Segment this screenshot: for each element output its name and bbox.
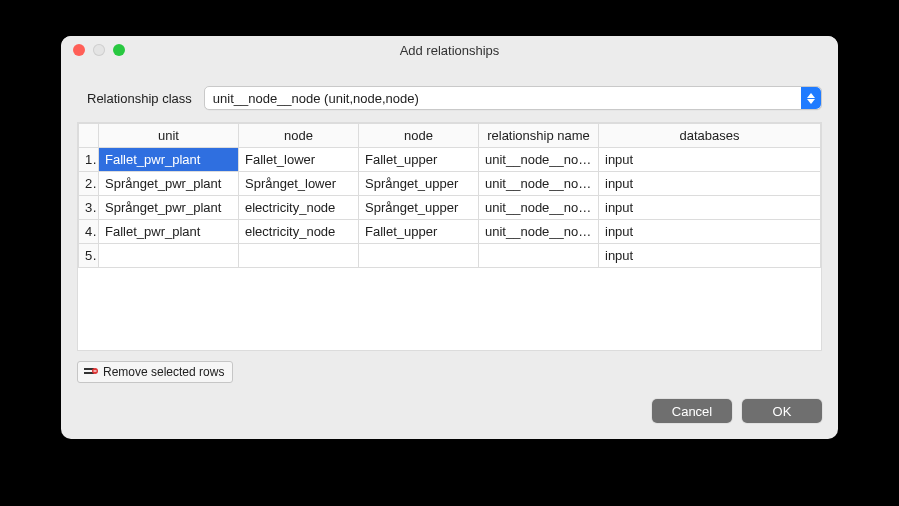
cell-unit[interactable]: Språnget_pwr_plant	[99, 196, 239, 220]
cancel-label: Cancel	[672, 404, 712, 419]
zoom-icon[interactable]	[113, 44, 125, 56]
table-row[interactable]: 4Fallet_pwr_plantelectricity_nodeFallet_…	[79, 220, 821, 244]
cell-relationship-name[interactable]	[479, 244, 599, 268]
remove-selected-rows-label: Remove selected rows	[103, 365, 224, 379]
cell-databases[interactable]: input	[599, 220, 821, 244]
table-row[interactable]: 5input	[79, 244, 821, 268]
dialog-footer: Cancel OK	[77, 399, 822, 423]
cell-node2[interactable]: Fallet_upper	[359, 148, 479, 172]
relationship-class-row: Relationship class unit__node__node (uni…	[77, 86, 822, 110]
row-number[interactable]: 5	[79, 244, 99, 268]
cell-relationship-name[interactable]: unit__node__nod…	[479, 196, 599, 220]
row-number[interactable]: 1	[79, 148, 99, 172]
relationship-class-value: unit__node__node (unit,node,node)	[213, 91, 419, 106]
row-number[interactable]: 4	[79, 220, 99, 244]
svg-rect-3	[94, 370, 97, 371]
table-row[interactable]: 2Språnget_pwr_plantSprånget_lowerSprånge…	[79, 172, 821, 196]
cell-unit[interactable]: Fallet_pwr_plant	[99, 220, 239, 244]
cell-databases[interactable]: input	[599, 244, 821, 268]
table-row[interactable]: 1Fallet_pwr_plantFallet_lowerFallet_uppe…	[79, 148, 821, 172]
cell-relationship-name[interactable]: unit__node__nod…	[479, 220, 599, 244]
row-number[interactable]: 2	[79, 172, 99, 196]
cell-databases[interactable]: input	[599, 172, 821, 196]
cell-unit[interactable]: Fallet_pwr_plant	[99, 148, 239, 172]
table-empty-space	[78, 268, 821, 328]
col-header-unit[interactable]: unit	[99, 124, 239, 148]
minimize-icon	[93, 44, 105, 56]
cancel-button[interactable]: Cancel	[652, 399, 732, 423]
window-title: Add relationships	[61, 43, 838, 58]
col-header-rel[interactable]: relationship name	[479, 124, 599, 148]
chevron-up-down-icon	[801, 87, 821, 109]
ok-button[interactable]: OK	[742, 399, 822, 423]
relationships-table[interactable]: unit node node relationship name databas…	[77, 122, 822, 351]
cell-databases[interactable]: input	[599, 148, 821, 172]
col-header-node2[interactable]: node	[359, 124, 479, 148]
ok-label: OK	[773, 404, 792, 419]
cell-unit[interactable]: Språnget_pwr_plant	[99, 172, 239, 196]
cell-node2[interactable]: Fallet_upper	[359, 220, 479, 244]
cell-databases[interactable]: input	[599, 196, 821, 220]
relationship-class-combo[interactable]: unit__node__node (unit,node,node)	[204, 86, 822, 110]
table-corner	[79, 124, 99, 148]
cell-node1[interactable]	[239, 244, 359, 268]
cell-relationship-name[interactable]: unit__node__nod…	[479, 148, 599, 172]
cell-node2[interactable]: Språnget_upper	[359, 172, 479, 196]
cell-node1[interactable]: electricity_node	[239, 220, 359, 244]
window-controls	[61, 44, 125, 56]
cell-node1[interactable]: electricity_node	[239, 196, 359, 220]
table-header-row: unit node node relationship name databas…	[79, 124, 821, 148]
cell-node1[interactable]: Fallet_lower	[239, 148, 359, 172]
col-header-db[interactable]: databases	[599, 124, 821, 148]
relationship-class-label: Relationship class	[77, 91, 192, 106]
table-row[interactable]: 3Språnget_pwr_plantelectricity_nodeSprån…	[79, 196, 821, 220]
cell-node2[interactable]	[359, 244, 479, 268]
close-icon[interactable]	[73, 44, 85, 56]
cell-node2[interactable]: Språnget_upper	[359, 196, 479, 220]
col-header-node1[interactable]: node	[239, 124, 359, 148]
titlebar[interactable]: Add relationships	[61, 36, 838, 64]
row-number[interactable]: 3	[79, 196, 99, 220]
table-actions: Remove selected rows	[77, 361, 822, 383]
remove-selected-rows-button[interactable]: Remove selected rows	[77, 361, 233, 383]
remove-rows-icon	[84, 367, 98, 377]
cell-unit[interactable]	[99, 244, 239, 268]
dialog-window: Add relationships Relationship class uni…	[61, 36, 838, 439]
content-area: Relationship class unit__node__node (uni…	[61, 64, 838, 439]
cell-relationship-name[interactable]: unit__node__nod…	[479, 172, 599, 196]
cell-node1[interactable]: Språnget_lower	[239, 172, 359, 196]
